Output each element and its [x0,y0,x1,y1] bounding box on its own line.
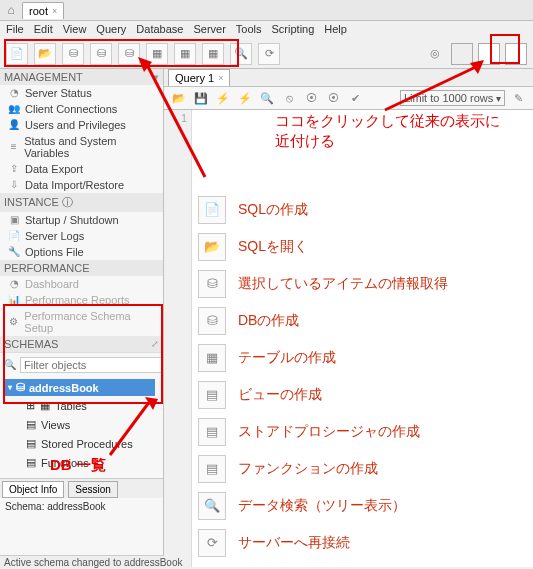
explain-icon[interactable]: 🔍 [258,89,276,107]
db-icon: ⛁ [16,381,25,394]
sql-plus-icon: 📄 [198,196,226,224]
sidebar-item-client-connections[interactable]: 👥Client Connections [0,101,163,117]
toolbar-new-view-icon[interactable]: ▦ [146,43,168,65]
toolbar-new-table-icon[interactable]: ⛁ [118,43,140,65]
save-file-icon[interactable]: 💾 [192,89,210,107]
action-new-view[interactable]: ▤ビューの作成 [194,376,531,413]
action-label: テーブルの作成 [238,349,336,367]
toolbar-new-schema-icon[interactable]: ⛁ [90,43,112,65]
sidebar-item-startup-shutdown[interactable]: ▣Startup / Shutdown [0,212,163,228]
stop-icon[interactable]: ⦸ [280,89,298,107]
toggle-sidebar-icon[interactable]: ◎ [424,43,446,65]
views-icon: ▤ [26,418,36,431]
tree-item-tables[interactable]: ⊞▦Tables [14,396,157,415]
commit-icon[interactable]: ⦿ [302,89,320,107]
line-gutter: 1 [164,110,192,567]
menu-help[interactable]: Help [324,23,347,37]
vars-icon: ≡ [8,141,19,153]
action-new-table[interactable]: ▦テーブルの作成 [194,339,531,376]
section-schemas-label: SCHEMAS [4,338,58,350]
status-icon: ◔ [8,87,20,99]
sidebar-item-users-privileges[interactable]: 👤Users and Privileges [0,117,163,133]
connection-tab-root[interactable]: root × [22,2,64,19]
close-icon[interactable]: × [218,73,223,83]
sidebar-item-data-export[interactable]: ⇪Data Export [0,161,163,177]
query-tab-1[interactable]: Query 1 × [168,69,230,86]
rollback-icon[interactable]: ⦿ [324,89,342,107]
sidebar-item-server-logs[interactable]: 📄Server Logs [0,228,163,244]
action-reconnect[interactable]: ⟳サーバーへ再接続 [194,524,531,561]
section-management-header: MANAGEMENT ▾ [0,69,163,85]
open-file-icon[interactable]: 📂 [170,89,188,107]
action-open-sql[interactable]: 📂SQLを開く [194,228,531,265]
menu-tools[interactable]: Tools [236,23,262,37]
menu-scripting[interactable]: Scripting [272,23,315,37]
menu-edit[interactable]: Edit [34,23,53,37]
info-session-tabs: Object Info Session [0,478,163,498]
sidebar-item-data-import[interactable]: ⇩Data Import/Restore [0,177,163,193]
toolbar-open-sql-icon[interactable]: 📂 [34,43,56,65]
menu-query[interactable]: Query [96,23,126,37]
action-item-info[interactable]: ⛁選択しているアイテムの情報取得 [194,265,531,302]
tree-search-icon: 🔍 [198,492,226,520]
execute-icon[interactable]: ⚡ [214,89,232,107]
tree-item-stored-procedures[interactable]: ▤Stored Procedures [14,434,157,453]
layout-left-panel-button[interactable] [451,43,473,65]
beautify-icon[interactable]: ✎ [509,89,527,107]
action-label: データ検索（ツリー表示） [238,497,406,515]
schema-filter-input[interactable] [20,357,164,373]
expand-icon[interactable]: ⤢ [151,339,159,349]
editor-workarea: 1 📄SQLの作成 📂SQLを開く ⛁選択しているアイテムの情報取得 ⛁DBの作… [164,110,533,567]
snippets-panel: 📄SQLの作成 📂SQLを開く ⛁選択しているアイテムの情報取得 ⛁DBの作成 … [192,110,533,567]
sql-open-icon: 📂 [198,233,226,261]
action-new-sql[interactable]: 📄SQLの作成 [194,191,531,228]
navigator-sidebar: MANAGEMENT ▾ ◔Server Status 👥Client Conn… [0,69,164,555]
layout-bottom-panel-button[interactable] [478,43,500,65]
reports-icon: 📊 [8,294,20,306]
toolbar-reconnect-icon[interactable]: ⟳ [258,43,280,65]
action-new-procedure[interactable]: ▤ストアドプロシージャの作成 [194,413,531,450]
sidebar-item-server-status[interactable]: ◔Server Status [0,85,163,101]
sidebar-item-dashboard[interactable]: ◔Dashboard [0,276,163,292]
layout-right-panel-button[interactable] [505,43,527,65]
close-icon[interactable]: × [52,6,57,16]
toolbar-new-sql-icon[interactable]: 📄 [6,43,28,65]
sidebar-item-perf-reports[interactable]: 📊Performance Reports [0,292,163,308]
sidebar-item-perf-schema[interactable]: ⚙Performance Schema Setup [0,308,163,336]
clients-icon: 👥 [8,103,20,115]
tab-session[interactable]: Session [68,481,118,498]
action-new-db[interactable]: ⛁DBの作成 [194,302,531,339]
schema-selected[interactable]: ▾ ⛁ addressBook [4,379,155,396]
tree-expand-icon[interactable]: ▾ [8,383,12,392]
sidebar-item-label: Users and Privileges [25,119,126,131]
schema-name-label: addressBook [29,382,99,394]
view-plus-icon: ▤ [198,381,226,409]
wrench-icon: 🔧 [8,246,20,258]
row-limit-select[interactable]: Limit to 1000 rows ▾ [400,90,505,106]
menu-server[interactable]: Server [193,23,225,37]
info-icon: ⛁ [198,270,226,298]
action-label: ビューの作成 [238,386,322,404]
tree-expand-icon[interactable]: ⊞ [26,399,35,412]
sidebar-item-status-variables[interactable]: ≡Status and System Variables [0,133,163,161]
execute-step-icon[interactable]: ⚡ [236,89,254,107]
tab-object-info[interactable]: Object Info [2,481,64,498]
func-icon: ▤ [26,456,36,469]
autocommit-icon[interactable]: ✔ [346,89,364,107]
menu-file[interactable]: File [6,23,24,37]
action-new-function[interactable]: ▤ファンクションの作成 [194,450,531,487]
home-icon[interactable]: ⌂ [0,3,22,17]
sidebar-item-options-file[interactable]: 🔧Options File [0,244,163,260]
menu-database[interactable]: Database [136,23,183,37]
toolbar-search-icon[interactable]: 🔍 [230,43,252,65]
collapse-icon[interactable]: ▾ [154,72,159,82]
menu-view[interactable]: View [63,23,87,37]
toolbar-new-func-icon[interactable]: ▦ [202,43,224,65]
toolbar-new-proc-icon[interactable]: ▦ [174,43,196,65]
tree-item-functions[interactable]: ▤Functions [14,453,157,472]
tree-item-views[interactable]: ▤Views [14,415,157,434]
toolbar-inspector-icon[interactable]: ⛁ [62,43,84,65]
power-icon: ▣ [8,214,20,226]
action-search-data[interactable]: 🔍データ検索（ツリー表示） [194,487,531,524]
object-info-body: Schema: addressBook [0,498,163,515]
